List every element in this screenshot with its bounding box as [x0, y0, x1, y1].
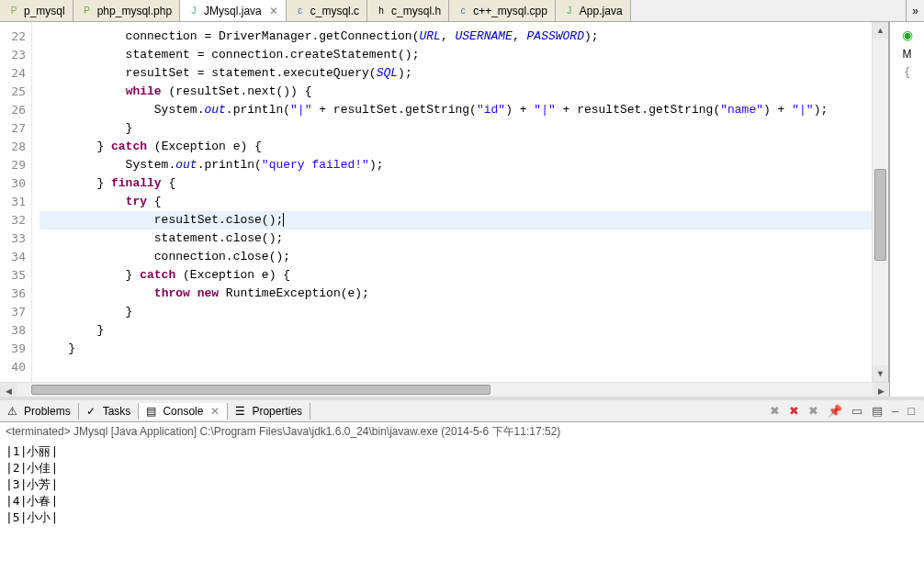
right-tab-letter[interactable]: M	[903, 48, 912, 61]
right-side-strip: ◉ M {	[889, 22, 924, 397]
editor-tab-app-java[interactable]: JApp.java	[556, 0, 631, 21]
code-line[interactable]: resultSet.close();	[39, 211, 872, 230]
bottom-panel: ⚠Problems✓Tasks▤Console✕☰Properties ✖ ✖ …	[0, 397, 924, 571]
console-output[interactable]: |1|小丽||2|小佳||3|小芳||4|小春||5|小小|	[0, 442, 924, 571]
tab-label: php_mysql.php	[97, 5, 172, 17]
code-line[interactable]: } catch (Exception e) {	[39, 266, 872, 285]
tabs-chevron[interactable]: »	[906, 0, 924, 21]
console-line: |3|小芳|	[6, 476, 918, 493]
display-selected-button[interactable]: ▭	[850, 402, 864, 420]
code-line[interactable]: connection = DriverManager.getConnection…	[39, 28, 872, 46]
scroll-left-arrow[interactable]: ◀	[0, 383, 17, 397]
minimize-button[interactable]: –	[890, 402, 900, 420]
remove-terminated-button[interactable]: ✖	[768, 402, 782, 420]
line-number: 35	[0, 266, 26, 285]
horizontal-scrollbar[interactable]: ◀ ▶	[0, 382, 889, 397]
bottom-tab-properties[interactable]: ☰Properties	[228, 403, 310, 420]
pin-console-button[interactable]: 📌	[826, 402, 844, 420]
hscroll-thumb[interactable]	[31, 385, 490, 395]
line-number: 32	[0, 211, 26, 230]
code-line[interactable]: }	[39, 321, 872, 340]
line-number: 24	[0, 64, 26, 83]
line-number: 31	[0, 193, 26, 211]
line-number: 30	[0, 174, 26, 193]
c-file-icon: c	[294, 5, 307, 17]
remove-all-button[interactable]: ✖	[787, 402, 801, 420]
line-number: 26	[0, 101, 26, 119]
bottom-tab-console[interactable]: ▤Console✕	[139, 403, 228, 420]
code-line[interactable]: connection.close();	[39, 248, 872, 266]
code-line[interactable]: resultSet = statement.executeQuery(SQL);	[39, 64, 872, 83]
line-number: 36	[0, 285, 26, 303]
line-number: 37	[0, 303, 26, 321]
code-line[interactable]: try {	[39, 193, 872, 211]
line-gutter: 22232425262728293031323334353637383940	[0, 22, 32, 382]
bottom-tab-label: Tasks	[103, 405, 131, 418]
close-tab-icon[interactable]: ✕	[269, 5, 278, 17]
scroll-down-arrow[interactable]: ▼	[873, 365, 888, 382]
console-line: |2|小佳|	[6, 460, 918, 476]
bottom-tab-label: Problems	[24, 405, 71, 418]
editor-tab-c_mysql-h[interactable]: hc_mysql.h	[367, 0, 449, 21]
open-console-button[interactable]: ▤	[870, 402, 885, 420]
editor-tab-c_mysql-c[interactable]: cc_mysql.c	[287, 0, 367, 21]
code-line[interactable]: throw new RuntimeException(e);	[39, 285, 872, 303]
code-line[interactable]: statement = connection.createStatement()…	[39, 46, 872, 64]
close-tab-icon[interactable]: ✕	[210, 405, 220, 418]
php-file-icon: P	[81, 5, 94, 17]
code-line[interactable]: }	[39, 119, 872, 138]
scroll-up-arrow[interactable]: ▲	[873, 22, 888, 39]
bottom-tab-label: Properties	[252, 405, 302, 418]
line-number: 34	[0, 248, 26, 266]
code-editor[interactable]: 22232425262728293031323334353637383940 c…	[0, 22, 889, 382]
vertical-scrollbar[interactable]: ▲ ▼	[872, 22, 888, 382]
line-number: 23	[0, 46, 26, 64]
console-line: |4|小春|	[6, 493, 918, 509]
code-area[interactable]: connection = DriverManager.getConnection…	[32, 22, 872, 382]
brace-icon: {	[904, 66, 910, 79]
console-line: |1|小丽|	[6, 443, 918, 460]
java-file-icon: J	[187, 5, 200, 17]
editor-tab-p_mysql[interactable]: Pp_mysql	[0, 0, 73, 21]
tab-label: c++_mysql.cpp	[473, 5, 547, 17]
tab-label: p_mysql	[24, 5, 65, 17]
vscroll-thumb[interactable]	[874, 169, 886, 261]
c-file-icon: c	[456, 5, 469, 17]
code-line[interactable]: System.out.println("|" + resultSet.getSt…	[39, 101, 872, 119]
editor-tab-c-_mysql-cpp[interactable]: cc++_mysql.cpp	[449, 0, 556, 21]
editor-tabs-bar: Pp_mysqlPphp_mysql.phpJJMysql.java✕cc_my…	[0, 0, 924, 22]
php-file-icon: P	[7, 5, 20, 17]
line-number: 33	[0, 230, 26, 248]
code-line[interactable]	[39, 358, 872, 376]
scroll-right-arrow[interactable]: ▶	[873, 383, 889, 397]
run-indicator-icon[interactable]: ◉	[902, 28, 913, 42]
editor-tab-jmysql-java[interactable]: JJMysql.java✕	[180, 0, 287, 21]
line-number: 28	[0, 138, 26, 156]
bottom-tab-label: Console	[163, 405, 203, 418]
line-number: 27	[0, 119, 26, 138]
line-number: 40	[0, 358, 26, 376]
tab-label: c_mysql.c	[310, 5, 359, 17]
console-status-line: <terminated> JMysql [Java Application] C…	[0, 422, 924, 442]
editor-tab-php_mysql-php[interactable]: Pphp_mysql.php	[73, 0, 180, 21]
bottom-tab-tasks[interactable]: ✓Tasks	[79, 403, 140, 420]
java-file-icon: J	[563, 5, 576, 17]
console-toolbar: ✖ ✖ ✖ 📌 ▭ ▤ – □	[761, 402, 924, 420]
code-line[interactable]: } catch (Exception e) {	[39, 138, 872, 156]
maximize-button[interactable]: □	[906, 402, 917, 420]
tab-label: JMysql.java	[204, 5, 262, 17]
problems-icon: ⚠	[7, 405, 20, 418]
close-console-button[interactable]: ✖	[806, 402, 820, 420]
bottom-tab-problems[interactable]: ⚠Problems	[0, 403, 79, 420]
console-line: |5|小小|	[6, 509, 918, 526]
code-line[interactable]: } finally {	[39, 174, 872, 193]
code-line[interactable]: statement.close();	[39, 230, 872, 248]
properties-icon: ☰	[235, 405, 248, 418]
line-number: 39	[0, 340, 26, 358]
code-line[interactable]: }	[39, 340, 872, 358]
code-line[interactable]: System.out.println("query failed!");	[39, 156, 872, 174]
code-line[interactable]: }	[39, 303, 872, 321]
code-line[interactable]: while (resultSet.next()) {	[39, 83, 872, 101]
line-number: 38	[0, 321, 26, 340]
tab-label: c_mysql.h	[391, 5, 441, 17]
